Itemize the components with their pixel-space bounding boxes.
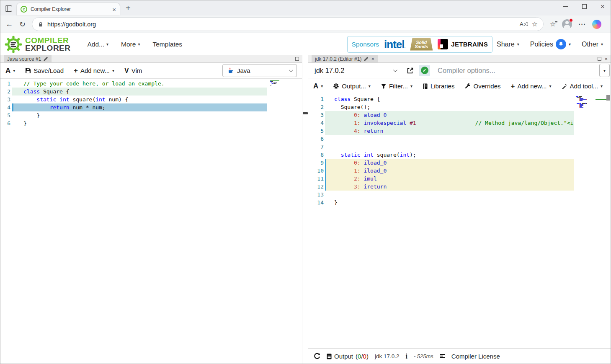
- close-pane-icon[interactable]: ×: [604, 55, 608, 62]
- maximize-pane-icon[interactable]: [598, 55, 601, 62]
- compile-time: - 525ms: [414, 353, 433, 359]
- site-title[interactable]: COMPILER EXPLORER: [25, 37, 71, 52]
- line-marker: [325, 119, 327, 127]
- nav-templates[interactable]: Templates: [152, 41, 182, 48]
- compiler-explorer-logo[interactable]: [5, 36, 22, 53]
- code-line-4[interactable]: 4 1: invokespecial #1 // Method java/lan…: [308, 119, 611, 127]
- font-size-button[interactable]: A▾: [5, 67, 15, 75]
- compiler-pane-tab[interactable]: jdk 17.0.2 (Editor #1) ×: [312, 55, 378, 62]
- code-line-1[interactable]: 1// Type your code here, or load an exam…: [0, 80, 302, 88]
- copilot-icon[interactable]: [592, 20, 601, 29]
- line-marker: [325, 143, 327, 151]
- splitter-drag-handle[interactable]: [303, 112, 308, 114]
- rename-pencil-icon[interactable]: [364, 57, 369, 61]
- code-line-9[interactable]: 9 0: iload_0: [308, 159, 611, 167]
- info-icon[interactable]: i: [405, 353, 407, 360]
- favorite-star-icon[interactable]: ☆: [532, 20, 538, 28]
- source-pane-tab[interactable]: Java source #1: [4, 55, 52, 62]
- line-number: 5: [308, 127, 325, 135]
- settings-menu-icon[interactable]: ···: [578, 21, 586, 28]
- libraries-button[interactable]: Libraries: [423, 83, 455, 90]
- save-icon: [25, 68, 31, 74]
- code-line-14[interactable]: 14}: [308, 199, 611, 207]
- code-line-5[interactable]: 5 4: return: [308, 127, 611, 135]
- favorites-bar-icon[interactable]: ☆: [550, 20, 556, 28]
- open-compiler-website-icon[interactable]: [407, 67, 414, 74]
- read-aloud-icon[interactable]: A: [520, 21, 528, 27]
- policies-menu[interactable]: Policies ▾: [530, 39, 571, 49]
- source-minimap[interactable]: [270, 80, 280, 86]
- disassembly-minimap[interactable]: [576, 96, 607, 110]
- disassembly-editor[interactable]: 1class Square {2 Square();3 0: aload_04 …: [308, 94, 611, 349]
- pane-splitter[interactable]: [302, 55, 308, 364]
- output-log-button[interactable]: Output (0/0): [327, 353, 369, 360]
- compiler-options-input[interactable]: [430, 67, 599, 75]
- stderr-count: 0: [363, 353, 366, 360]
- output-options-button[interactable]: Output...▾: [333, 83, 371, 90]
- popular-arguments-button[interactable]: ▾: [599, 64, 610, 77]
- code-text: [327, 191, 574, 199]
- chevron-down-icon: ▾: [138, 42, 140, 46]
- code-line-4[interactable]: 4 return num * num;: [0, 103, 302, 111]
- code-text: 3: ireturn: [327, 183, 574, 191]
- compilation-status-badge[interactable]: ✓: [419, 65, 430, 76]
- code-line-5[interactable]: 5 }: [0, 111, 302, 119]
- code-line-8[interactable]: 8 static int square(int);: [308, 151, 611, 159]
- back-icon[interactable]: ←: [5, 20, 13, 28]
- main-nav: Add...▾ More▾ Templates: [88, 41, 183, 48]
- solid-sands-logo[interactable]: SolidSands: [410, 38, 433, 51]
- intel-logo[interactable]: intel.: [384, 39, 405, 50]
- timing-icon[interactable]: [440, 354, 445, 359]
- code-line-7[interactable]: 7: [308, 143, 611, 151]
- maximize-icon[interactable]: [582, 4, 587, 9]
- code-line-6[interactable]: 6: [308, 135, 611, 143]
- source-code-editor[interactable]: 1// Type your code here, or load an exam…: [0, 79, 302, 364]
- filter-button[interactable]: Filter...▾: [381, 83, 412, 90]
- overrides-button[interactable]: Overrides: [464, 83, 500, 90]
- add-new-button[interactable]: +Add new...▾: [511, 82, 552, 90]
- code-line-10[interactable]: 10 1: iload_0: [308, 167, 611, 175]
- minimize-icon[interactable]: [563, 6, 568, 7]
- code-line-12[interactable]: 12 3: ireturn: [308, 183, 611, 191]
- close-tab-icon[interactable]: ×: [371, 56, 374, 62]
- tab-actions-icon[interactable]: [5, 5, 12, 12]
- address-bar[interactable]: A ☆: [32, 17, 544, 31]
- other-menu[interactable]: Other▾: [582, 41, 603, 48]
- language-select[interactable]: Java: [222, 64, 297, 77]
- share-menu[interactable]: Share▾: [497, 41, 519, 48]
- browser-tab[interactable]: e Compiler Explorer ×: [17, 3, 120, 15]
- line-marker: [325, 183, 327, 191]
- add-tool-button[interactable]: Add tool...▾: [562, 83, 603, 90]
- code-line-11[interactable]: 11 2: imul: [308, 175, 611, 183]
- code-line-2[interactable]: 2 Square();: [308, 103, 611, 111]
- code-line-2[interactable]: 2class Square {: [0, 88, 302, 96]
- compiler-license-link[interactable]: Compiler License: [451, 353, 500, 360]
- font-size-button[interactable]: A▾: [313, 82, 323, 90]
- nav-add-menu[interactable]: Add...▾: [88, 41, 109, 48]
- tab-close-icon[interactable]: ×: [112, 6, 116, 13]
- reload-icon[interactable]: ↻: [19, 20, 26, 29]
- url-input[interactable]: [47, 21, 516, 28]
- code-line-6[interactable]: 6}: [0, 119, 302, 127]
- vim-toggle-button[interactable]: VVim: [124, 67, 142, 75]
- maximize-pane-icon[interactable]: [295, 55, 299, 62]
- chevron-down-icon: ▾: [549, 84, 552, 88]
- profile-avatar[interactable]: [562, 19, 572, 29]
- rename-pencil-icon[interactable]: [44, 57, 48, 61]
- scrollbar-thumb[interactable]: [606, 95, 610, 101]
- new-tab-button[interactable]: +: [126, 4, 131, 12]
- jetbrains-logo[interactable]: JETBRAINS: [438, 39, 488, 49]
- save-load-button[interactable]: Save/Load: [25, 67, 64, 74]
- nav-more-menu[interactable]: More▾: [121, 41, 140, 48]
- recompile-icon[interactable]: [314, 353, 320, 360]
- java-icon: [227, 67, 233, 74]
- header-right-nav: Share▾ Policies ▾ Other▾: [497, 39, 603, 49]
- code-line-13[interactable]: 13: [308, 191, 611, 199]
- add-new-button[interactable]: +Add new...▾: [74, 67, 114, 75]
- code-line-3[interactable]: 3 0: aload_0: [308, 111, 611, 119]
- compiler-select[interactable]: jdk 17.0.2: [308, 67, 402, 75]
- line-number: 2: [308, 103, 325, 111]
- close-icon[interactable]: ×: [601, 4, 605, 9]
- code-line-1[interactable]: 1class Square {: [308, 95, 611, 103]
- code-line-3[interactable]: 3 static int square(int num) {: [0, 96, 302, 103]
